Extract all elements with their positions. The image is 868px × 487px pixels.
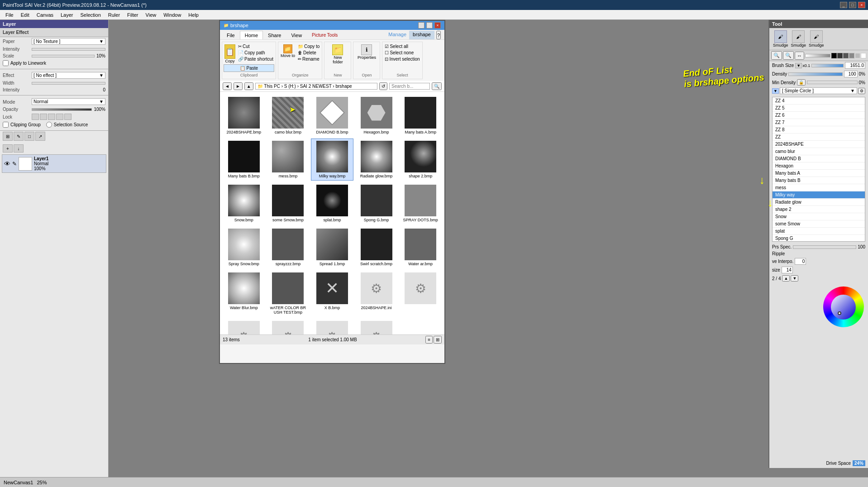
nav-back[interactable]: ◄ xyxy=(223,82,232,90)
stepper-down[interactable]: ▼ xyxy=(791,275,798,282)
menu-window[interactable]: Window xyxy=(160,11,185,19)
effect-dropdown-icon[interactable]: ▼ xyxy=(99,73,104,78)
color-btn6[interactable] xyxy=(861,53,866,58)
color-btn4[interactable] xyxy=(849,53,854,58)
move-to-button[interactable]: 📁 Move to xyxy=(280,43,296,59)
brush-item-zz5[interactable]: ZZ 5 xyxy=(773,105,865,112)
nav-up[interactable]: ▲ xyxy=(244,82,253,90)
file-spread1[interactable]: Spread 1.bmp xyxy=(311,226,353,268)
brush-item-mess[interactable]: mess xyxy=(773,184,865,191)
ribbon-help[interactable]: ? xyxy=(436,31,441,39)
brush-item-milky-way[interactable]: Milky way xyxy=(773,191,865,199)
paste-shortcut-button[interactable]: 🔗 Paste shortcut xyxy=(237,56,274,62)
apply-linework-checkbox[interactable] xyxy=(3,60,9,66)
delete-button[interactable]: 🗑 Delete xyxy=(297,50,320,56)
brush-item-camo-blur[interactable]: camo blur xyxy=(773,148,865,155)
brush-item-zz6[interactable]: ZZ 6 xyxy=(773,112,865,119)
color-btn2[interactable] xyxy=(837,53,843,58)
search-input[interactable] xyxy=(389,83,430,90)
brush-item-many-bats-a[interactable]: Many bats A xyxy=(773,170,865,177)
brush-item-zz8[interactable]: ZZ 8 xyxy=(773,126,865,134)
lock-btn2[interactable] xyxy=(40,114,47,120)
scale-slider[interactable] xyxy=(32,55,95,57)
menu-file[interactable]: File xyxy=(2,11,17,19)
brush-item-shape2[interactable]: shape 2 xyxy=(773,206,865,213)
opacity-slider[interactable] xyxy=(32,108,92,111)
copy-button[interactable]: 📋 Copy xyxy=(224,43,236,64)
brush-item-zz7[interactable]: ZZ 7 xyxy=(773,119,865,126)
brush-item-2024bshape[interactable]: 2024BSHAPE xyxy=(773,141,865,148)
menu-view[interactable]: View xyxy=(142,11,160,19)
file-extra3[interactable]: ⚙ xyxy=(267,319,310,334)
tool-zoom-icon[interactable]: 🔍 xyxy=(783,51,794,60)
stepper-up[interactable]: ▲ xyxy=(782,275,790,282)
brush-shape-selector[interactable]: [ Simple Circle ] ▼ xyxy=(780,87,857,94)
brush-size-input[interactable] xyxy=(845,62,865,69)
tab-view[interactable]: View xyxy=(286,31,307,39)
menu-canvas[interactable]: Canvas xyxy=(33,11,57,19)
ve-interpo-value-1[interactable] xyxy=(795,258,806,265)
close-button[interactable]: × xyxy=(858,2,865,8)
view-list-btn[interactable]: ≡ xyxy=(425,336,433,344)
brush-item-hexagon[interactable]: Hexagon xyxy=(773,162,865,170)
brush-item-some-smow[interactable]: some Smow xyxy=(773,220,865,228)
brush-item-many-bats-b[interactable]: Many bats B xyxy=(773,177,865,184)
menu-filter[interactable]: Filter xyxy=(124,11,142,19)
file-x-b[interactable]: ✕ X B.bmp xyxy=(311,270,353,317)
menu-selection[interactable]: Selection xyxy=(77,11,105,19)
layer-tool-btn4[interactable]: ↗ xyxy=(35,132,45,141)
file-water-color-brush[interactable]: wATER COLOR BRUSH TEST.bmp xyxy=(267,270,310,317)
clipping-group-checkbox[interactable] xyxy=(3,122,9,128)
brush-shape-toggle[interactable]: ▼ xyxy=(772,88,779,94)
brush-item-zz4[interactable]: ZZ 4 xyxy=(773,97,865,105)
paste-button[interactable]: 📋 Paste xyxy=(224,64,274,72)
tab-picture-tools[interactable]: Picture Tools xyxy=(307,31,343,39)
lock-btn3[interactable] xyxy=(48,114,55,120)
layer-tool-btn3[interactable]: □ xyxy=(24,132,34,141)
menu-help[interactable]: Help xyxy=(185,11,202,19)
manage-button[interactable]: Manage xyxy=(386,31,409,39)
file-diamond-b[interactable]: DIAMOND B.bmp xyxy=(311,95,353,137)
smudge-btn1[interactable]: 🖌 Smudge xyxy=(772,29,789,48)
color-btn5[interactable] xyxy=(855,53,860,58)
file-sprayzzz[interactable]: sprayzzz.bmp xyxy=(267,226,310,268)
file-extra4[interactable]: ⚙ xyxy=(311,319,353,334)
density-slider[interactable] xyxy=(788,72,842,76)
layer-btn-b[interactable]: ↓ xyxy=(14,144,24,153)
file-milky-way[interactable]: Milky way.bmp xyxy=(311,138,353,181)
color-btn1[interactable] xyxy=(831,53,837,58)
brush-item-splat[interactable]: splat xyxy=(773,228,865,235)
rename-button[interactable]: ✏ Rename xyxy=(297,56,320,62)
file-spong-g[interactable]: Spong G.bmp xyxy=(355,182,398,224)
layer-tool-btn2[interactable]: ✎ xyxy=(14,132,24,141)
menu-edit[interactable]: Edit xyxy=(17,11,33,19)
menu-ruler[interactable]: Ruler xyxy=(105,11,124,19)
layer-eye-icon[interactable]: 👁 xyxy=(4,160,10,167)
lock-btn4[interactable] xyxy=(56,114,63,120)
invert-selection-button[interactable]: ⊡ Invert selection xyxy=(384,56,420,62)
lock-btn1[interactable] xyxy=(32,114,39,120)
explorer2-minimize[interactable]: _ xyxy=(418,22,424,29)
file-radiate-glow[interactable]: Radiate glow.bmp xyxy=(355,138,398,181)
minimize-button[interactable]: _ xyxy=(840,2,847,8)
nav-forward[interactable]: ► xyxy=(234,82,243,90)
min-density-icon[interactable]: 🔒 xyxy=(797,79,806,86)
color-btn3[interactable] xyxy=(843,53,849,58)
file-water-blur[interactable]: Water Blur.bmp xyxy=(223,270,265,317)
search-button[interactable]: 🔍 xyxy=(432,82,442,90)
tool-search-icon[interactable]: 🔍 xyxy=(771,51,782,60)
tab-share[interactable]: Share xyxy=(263,31,286,39)
file-mess[interactable]: mess.bmp xyxy=(267,138,310,181)
new-folder-button[interactable]: 📁 Newfolder xyxy=(331,43,344,72)
mode-dropdown-icon[interactable]: ▼ xyxy=(99,99,104,104)
brush-shape-edit[interactable]: ⚙ xyxy=(858,88,865,94)
file-spray-snow[interactable]: Spray Snow.bmp xyxy=(223,226,265,268)
color-picker-dot[interactable] xyxy=(838,311,841,315)
brush-item-snow[interactable]: Snow xyxy=(773,213,865,220)
file-extra2[interactable]: ⚙ xyxy=(223,319,265,334)
layer-item[interactable]: 👁 ✎ Layer1 Normal 100% xyxy=(2,154,106,173)
view-grid-btn[interactable]: ⊞ xyxy=(434,336,442,344)
file-many-bats-b[interactable]: Many bats B.bmp xyxy=(223,138,265,181)
cut-button[interactable]: ✂ Cut xyxy=(237,43,274,49)
min-density-slider[interactable] xyxy=(807,81,857,84)
